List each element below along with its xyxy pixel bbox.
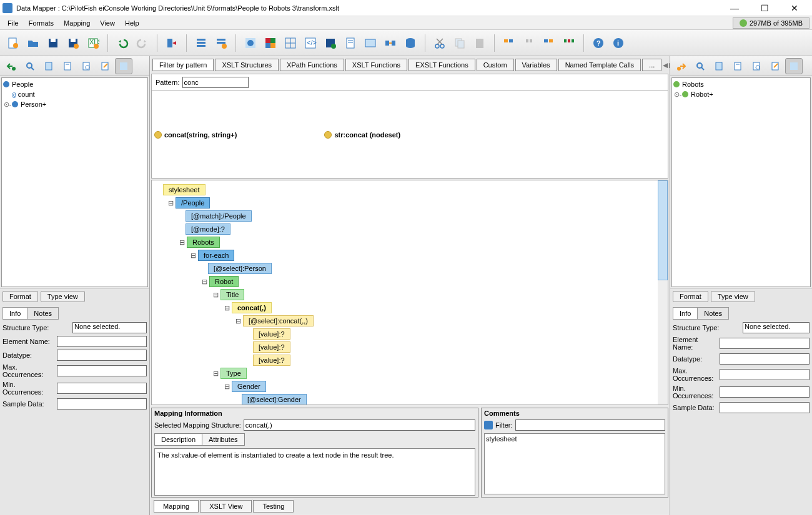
xslt-node-label[interactable]: [@select]:Person — [208, 263, 272, 274]
xslt-tree-node[interactable]: ⊟for-each — [154, 249, 665, 262]
info-tool-icon[interactable] — [241, 33, 260, 53]
menu-view[interactable]: View — [95, 18, 120, 28]
xslt-node-label[interactable]: Robots — [187, 237, 220, 248]
xslt-tree-node[interactable]: ⊟Robots — [154, 236, 665, 248]
comments-list[interactable]: stylesheet — [484, 433, 665, 494]
minimize-button[interactable]: — — [726, 2, 743, 14]
document-icon[interactable] — [341, 33, 360, 53]
tree-expander-icon[interactable]: ⊟ — [212, 291, 219, 299]
xslt-tree-node[interactable]: ⊟Type — [154, 367, 665, 380]
element-name-input[interactable] — [57, 336, 147, 347]
tab-description[interactable]: Description — [154, 433, 202, 446]
edit-left-icon[interactable] — [96, 58, 114, 74]
tree-expander-icon[interactable]: ⊟ — [167, 199, 174, 207]
xslt-tree-node[interactable]: [value]:? — [154, 328, 665, 340]
maximize-button[interactable]: ☐ — [756, 2, 773, 14]
filter-tab-more[interactable]: ... — [642, 59, 661, 71]
tab-typeview-right[interactable]: Type view — [711, 291, 755, 302]
xslt-tree-node[interactable]: [value]:? — [154, 354, 665, 366]
scrollbar-thumb[interactable] — [658, 180, 668, 280]
xslt-node-label[interactable]: Gender — [232, 381, 266, 392]
tree-expander-icon[interactable]: ⊙- — [673, 91, 682, 99]
paste-icon[interactable] — [470, 33, 489, 53]
xslt-tree-node[interactable]: ⊟[@select]:concat(,,) — [154, 315, 665, 327]
copy-icon[interactable] — [450, 33, 469, 53]
xslt-node-label[interactable]: [value]:? — [253, 341, 290, 353]
open-icon[interactable] — [24, 33, 42, 53]
fn-result-item[interactable]: str:concat (nodeset) — [324, 94, 400, 175]
add-right-icon[interactable] — [673, 58, 690, 74]
zoom-left-icon[interactable] — [77, 58, 95, 74]
xslt-node-label[interactable]: concat(,) — [232, 302, 272, 313]
right-tree[interactable]: Robots ⊙-Robot+ — [671, 77, 811, 287]
filter-input[interactable] — [515, 419, 666, 431]
tree-expander-icon[interactable]: ⊙- — [3, 101, 12, 109]
list-settings-icon[interactable] — [212, 33, 230, 53]
doc-left-icon[interactable] — [40, 58, 57, 74]
list-left-icon[interactable] — [59, 58, 76, 74]
tree-node-label[interactable]: People — [12, 81, 33, 88]
sample-input[interactable] — [720, 402, 810, 413]
tree-expander-icon[interactable]: ⊟ — [189, 252, 197, 260]
tree-node-label[interactable]: Robot+ — [691, 91, 713, 98]
tab-notes-right[interactable]: Notes — [697, 307, 729, 320]
element-name-input[interactable] — [720, 338, 810, 349]
sample-input[interactable] — [57, 398, 147, 410]
tab-typeview-left[interactable]: Type view — [41, 291, 85, 302]
panel-icon[interactable] — [361, 33, 380, 53]
xslt-tree-node[interactable]: [value]:? — [154, 341, 665, 353]
tree-node-label[interactable]: Person+ — [21, 101, 46, 108]
tree-node-label[interactable]: Robots — [682, 81, 704, 88]
align-right-icon[interactable] — [540, 33, 558, 53]
filter-tab-named-templates[interactable]: Named Template Calls — [558, 59, 641, 71]
toggle-right-icon[interactable] — [785, 58, 803, 74]
filter-tab-custom[interactable]: Custom — [477, 59, 514, 71]
doc-right-icon[interactable] — [710, 58, 728, 74]
code-icon[interactable]: </> — [301, 33, 320, 53]
align-center-icon[interactable] — [520, 33, 538, 53]
datatype-input[interactable] — [57, 350, 147, 361]
tree-expander-icon[interactable]: ⊟ — [212, 370, 219, 378]
filter-tab-variables[interactable]: Variables — [515, 59, 557, 71]
tab-prev-icon[interactable]: ◀ — [663, 61, 668, 69]
fn-result-item[interactable]: concat(string, string+) — [154, 94, 237, 175]
palette-icon[interactable] — [261, 33, 280, 53]
cut-icon[interactable] — [430, 33, 449, 53]
max-occ-input[interactable] — [720, 369, 810, 380]
xslt-node-label[interactable]: Type — [220, 368, 247, 379]
xslt-node-label[interactable]: [@select]:Gender — [242, 394, 307, 405]
xslt-node-label[interactable]: stylesheet — [163, 184, 205, 195]
zoom-right-icon[interactable] — [748, 58, 765, 74]
filter-tab-pattern[interactable]: Filter by pattern — [152, 59, 214, 71]
tab-format-left[interactable]: Format — [2, 291, 38, 302]
xslt-node-label[interactable]: [@match]:/People — [186, 210, 252, 222]
xslt-node-label[interactable]: for-each — [198, 250, 234, 261]
xslt-node-label[interactable]: [@select]:concat(,,) — [243, 315, 314, 326]
xslt-tree-node[interactable]: ⊟/People — [154, 197, 665, 209]
save-db-icon[interactable] — [321, 33, 340, 53]
transfer-icon[interactable] — [381, 33, 400, 53]
selected-structure-input[interactable] — [244, 419, 475, 431]
xslt-tree-node[interactable]: [@select]:Person — [154, 262, 665, 275]
about-icon[interactable]: i — [609, 33, 628, 53]
redo-icon[interactable] — [133, 33, 152, 53]
comment-item[interactable]: stylesheet — [486, 435, 663, 443]
xslt-node-label[interactable]: Title — [220, 289, 244, 300]
xslt-tree-node[interactable]: [@match]:/People — [154, 210, 665, 222]
xslt-node-label[interactable]: [value]:? — [253, 328, 290, 340]
search-left-icon[interactable] — [21, 58, 39, 74]
tree-expander-icon[interactable]: ⊟ — [201, 278, 208, 286]
filter-tab-exslt[interactable]: EXSLT Functions — [408, 59, 475, 71]
xslt-node-label[interactable]: [value]:? — [253, 355, 290, 366]
menu-mapping[interactable]: Mapping — [59, 18, 95, 28]
xslt-node-label[interactable]: [@mode]:? — [186, 223, 230, 235]
menu-help[interactable]: Help — [120, 18, 144, 28]
min-occ-input[interactable] — [720, 386, 810, 398]
tree-expander-icon[interactable]: ⊟ — [223, 304, 230, 312]
xls-export-icon[interactable]: XLS — [84, 33, 102, 53]
xslt-tree[interactable]: stylesheet⊟/People[@match]:/People[@mode… — [151, 180, 668, 405]
xslt-tree-node[interactable]: ⊟Gender — [154, 380, 665, 393]
min-occ-input[interactable] — [57, 383, 147, 394]
save-as-icon[interactable] — [64, 33, 82, 53]
xslt-tree-node[interactable]: [@select]:Gender — [154, 393, 665, 405]
